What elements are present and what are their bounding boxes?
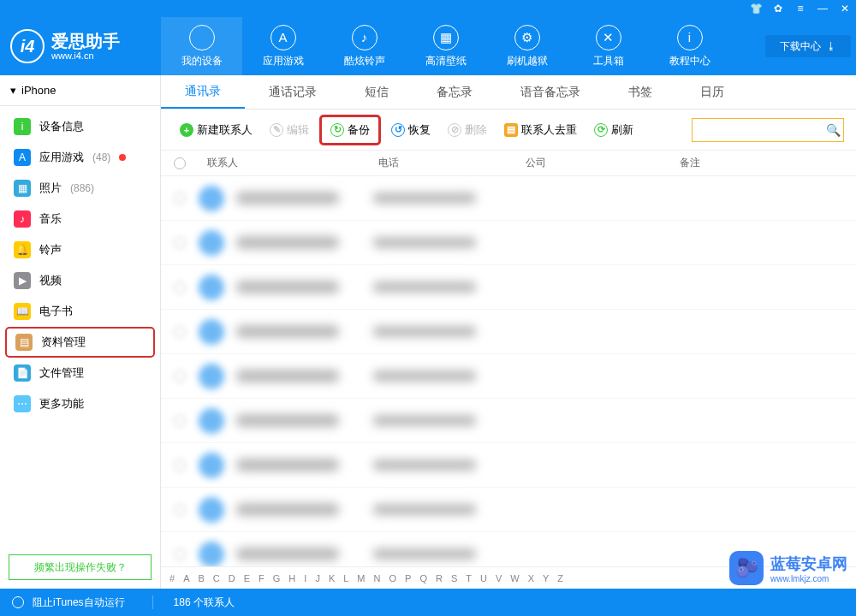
tab-1[interactable]: 通话记录 <box>245 75 341 109</box>
sidebar-item-2[interactable]: ▦照片(886) <box>5 173 155 204</box>
top-nav-1[interactable]: A应用游戏 <box>242 17 324 75</box>
download-center-button[interactable]: 下载中心 ⭳ <box>765 35 851 57</box>
sidebar-item-8[interactable]: 📄文件管理 <box>5 358 155 388</box>
sidebar-item-5[interactable]: ▶视频 <box>5 265 155 296</box>
alpha-B[interactable]: B <box>198 573 204 583</box>
row-checkbox[interactable] <box>174 192 186 204</box>
alpha-V[interactable]: V <box>496 573 502 583</box>
sidebar-item-4[interactable]: 🔔铃声 <box>5 234 155 265</box>
table-row[interactable] <box>161 310 856 354</box>
alpha-G[interactable]: G <box>273 573 281 583</box>
top-nav-4[interactable]: ⚙刷机越狱 <box>486 17 568 75</box>
table-row[interactable] <box>161 443 856 488</box>
tab-2[interactable]: 短信 <box>341 75 413 109</box>
search-input[interactable] <box>698 124 826 136</box>
row-checkbox[interactable] <box>174 415 186 427</box>
sidebar-item-1[interactable]: A应用游戏(48) <box>5 142 155 173</box>
tab-0[interactable]: 通讯录 <box>161 75 245 109</box>
row-checkbox[interactable] <box>174 504 186 516</box>
sidebar-icon: ▶ <box>14 272 31 289</box>
top-nav-3[interactable]: ▦高清壁纸 <box>405 17 486 75</box>
alpha-Y[interactable]: Y <box>543 573 549 583</box>
search-box[interactable]: 🔍 <box>692 118 844 142</box>
sidebar-item-6[interactable]: 📖电子书 <box>5 296 155 327</box>
table-row[interactable] <box>161 176 856 221</box>
row-checkbox[interactable] <box>174 281 186 293</box>
new-contact-button[interactable]: + 新建联系人 <box>173 119 259 141</box>
table-row[interactable] <box>161 488 856 532</box>
table-row[interactable] <box>161 221 856 265</box>
toggle-icon[interactable] <box>12 596 24 608</box>
row-checkbox[interactable] <box>174 326 186 338</box>
skin-icon[interactable]: 👕 <box>748 1 764 16</box>
alpha-#[interactable]: # <box>169 573 175 583</box>
select-all-checkbox[interactable] <box>174 157 186 169</box>
alpha-M[interactable]: M <box>357 573 365 583</box>
delete-button[interactable]: ⊘ 删除 <box>441 119 494 141</box>
backup-button[interactable]: ↻ 备份 <box>319 115 381 145</box>
menu-icon[interactable]: ≡ <box>793 1 808 16</box>
sidebar-icon: 📖 <box>14 303 31 320</box>
alpha-X[interactable]: X <box>528 573 534 583</box>
minimize-icon[interactable]: — <box>815 1 830 16</box>
tab-4[interactable]: 语音备忘录 <box>496 75 604 109</box>
col-company[interactable]: 公司 <box>517 156 671 170</box>
col-remark[interactable]: 备注 <box>671 156 856 170</box>
alpha-C[interactable]: C <box>213 573 220 583</box>
col-contact[interactable]: 联系人 <box>199 156 370 170</box>
tab-6[interactable]: 日历 <box>676 75 748 109</box>
tab-5[interactable]: 书签 <box>604 75 676 109</box>
top-nav-6[interactable]: i教程中心 <box>649 17 730 75</box>
top-nav-2[interactable]: ♪酷炫铃声 <box>324 17 405 75</box>
alpha-L[interactable]: L <box>343 573 348 583</box>
faq-button[interactable]: 频繁出现操作失败？ <box>9 554 152 580</box>
alpha-E[interactable]: E <box>244 573 250 583</box>
alpha-S[interactable]: S <box>451 573 457 583</box>
top-nav-0[interactable]: 我的设备 <box>161 17 242 75</box>
alpha-R[interactable]: R <box>436 573 443 583</box>
dedup-button[interactable]: ▤ 联系人去重 <box>497 119 584 141</box>
search-icon[interactable]: 🔍 <box>826 123 841 137</box>
alpha-D[interactable]: D <box>229 573 235 583</box>
alpha-K[interactable]: K <box>329 573 335 583</box>
delete-icon: ⊘ <box>448 123 461 137</box>
close-icon[interactable]: ✕ <box>837 1 853 16</box>
sidebar-item-3[interactable]: ♪音乐 <box>5 204 155 234</box>
table-row[interactable] <box>161 265 856 310</box>
contact-phone-blur <box>373 326 476 337</box>
table-row[interactable] <box>161 399 856 443</box>
alpha-Z[interactable]: Z <box>557 573 563 583</box>
alpha-F[interactable]: F <box>259 573 265 583</box>
alpha-T[interactable]: T <box>466 573 472 583</box>
alpha-W[interactable]: W <box>510 573 519 583</box>
tab-3[interactable]: 备忘录 <box>413 75 496 109</box>
device-selector[interactable]: ▾ iPhone <box>0 75 160 106</box>
contact-name-blur <box>236 503 339 516</box>
contact-name-blur <box>236 548 339 560</box>
alpha-I[interactable]: I <box>304 573 306 583</box>
table-row[interactable] <box>161 354 856 399</box>
sidebar-item-9[interactable]: ⋯更多功能 <box>5 388 155 419</box>
row-checkbox[interactable] <box>174 459 186 471</box>
alpha-Q[interactable]: Q <box>419 573 427 583</box>
settings-icon[interactable]: ✿ <box>770 1 786 16</box>
sidebar-item-7[interactable]: ▤资料管理 <box>5 327 155 358</box>
alpha-U[interactable]: U <box>480 573 487 583</box>
backup-icon: ↻ <box>330 123 344 137</box>
alpha-H[interactable]: H <box>288 573 295 583</box>
alpha-J[interactable]: J <box>315 573 320 583</box>
row-checkbox[interactable] <box>174 548 186 560</box>
alpha-P[interactable]: P <box>405 573 411 583</box>
col-phone[interactable]: 电话 <box>370 156 517 170</box>
top-nav-5[interactable]: ✕工具箱 <box>568 17 649 75</box>
restore-button[interactable]: ↺ 恢复 <box>384 119 437 141</box>
row-checkbox[interactable] <box>174 237 186 249</box>
refresh-button[interactable]: ⟳ 刷新 <box>587 119 640 141</box>
alpha-N[interactable]: N <box>374 573 381 583</box>
alpha-A[interactable]: A <box>183 573 189 583</box>
block-itunes-label[interactable]: 阻止iTunes自动运行 <box>33 595 125 610</box>
row-checkbox[interactable] <box>174 370 186 382</box>
edit-button[interactable]: ✎ 编辑 <box>263 119 316 141</box>
alpha-O[interactable]: O <box>389 573 396 583</box>
sidebar-item-0[interactable]: i设备信息 <box>5 111 155 142</box>
